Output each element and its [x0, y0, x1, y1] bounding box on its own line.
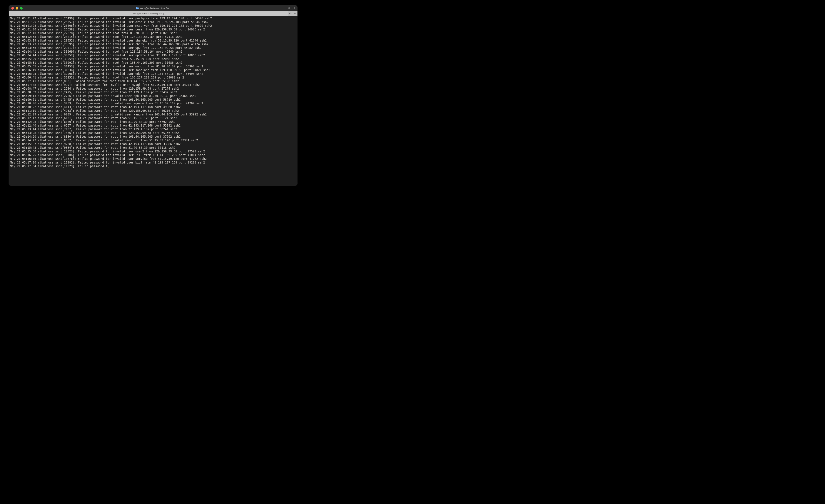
traffic-lights: [9, 7, 23, 10]
new-tab-button[interactable]: +: [293, 12, 297, 15]
close-button[interactable]: [11, 7, 14, 10]
tab-label: root@albatross: /var/log (ssh): [133, 12, 164, 15]
window-title-text: root@albatross: /var/log: [140, 7, 170, 10]
terminal-window: root@albatross: /var/log ⌘⌥1 root@albatr…: [9, 5, 297, 186]
titlebar[interactable]: root@albatross: /var/log ⌘⌥1: [9, 5, 297, 11]
tab-active[interactable]: root@albatross: /var/log (ssh): [9, 11, 288, 16]
cursor: [107, 167, 109, 167]
pane-indicator: ⌘1: [289, 12, 292, 15]
window-title: root@albatross: /var/log: [136, 7, 170, 10]
terminal-output[interactable]: May 21 05:01:22 albatross sshd[26490]: F…: [10, 16, 296, 168]
terminal-viewport[interactable]: May 21 05:01:22 albatross sshd[26490]: F…: [9, 16, 297, 186]
zoom-button[interactable]: [20, 7, 23, 10]
window-shortcut-hint: ⌘⌥1: [288, 7, 297, 10]
tab-controls: ⌘1 +: [288, 11, 297, 16]
folder-icon: [136, 7, 139, 10]
minimize-button[interactable]: [16, 7, 18, 10]
tab-bar: root@albatross: /var/log (ssh) ⌘1 +: [9, 11, 297, 16]
